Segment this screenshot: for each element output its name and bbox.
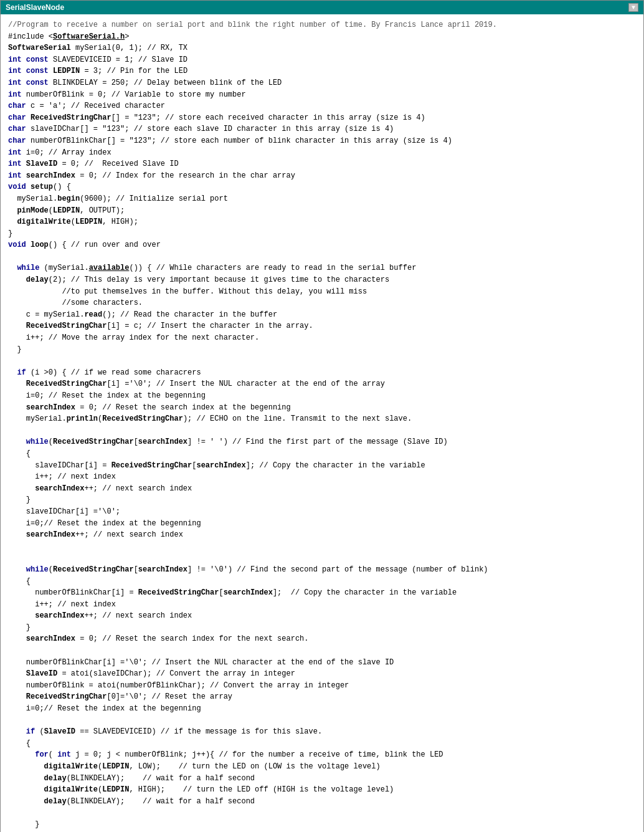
minimize-button[interactable]: ▼ <box>628 3 638 12</box>
code-editor: //Program to receive a number on serial … <box>1 14 643 832</box>
window-title: SerialSlaveNode <box>6 3 64 12</box>
main-window: SerialSlaveNode ▼ //Program to receive a… <box>0 0 644 832</box>
title-bar: SerialSlaveNode ▼ <box>1 1 643 14</box>
